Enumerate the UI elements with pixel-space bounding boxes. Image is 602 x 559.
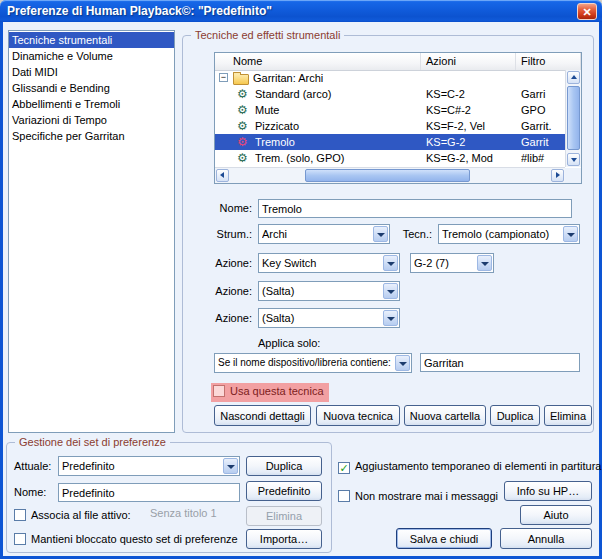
technique-row-standard[interactable]: ⚙ Standard (arco) KS=C-2 Garri bbox=[215, 86, 565, 102]
checkbox-box bbox=[213, 385, 225, 397]
applica-combo[interactable]: Se il nome dispositivo/libreria contiene… bbox=[214, 353, 412, 373]
sidebar-item-dinamiche-e-volume[interactable]: Dinamiche e Volume bbox=[9, 48, 174, 64]
importa-button[interactable]: Importa… bbox=[246, 529, 322, 549]
chevron-down-icon bbox=[223, 458, 238, 474]
scroll-up-button[interactable] bbox=[567, 71, 580, 84]
annulla-button[interactable]: Annulla bbox=[500, 528, 592, 549]
azione1-combo[interactable]: Key Switch bbox=[258, 253, 400, 273]
techniques-listview: Nome Azioni Filtro − Garritan: Archi ⚙ S… bbox=[214, 52, 582, 184]
salva-e-chiudi-button[interactable]: Salva e chiudi bbox=[396, 528, 492, 549]
checkbox-box bbox=[14, 509, 26, 521]
check-icon: ✓ bbox=[339, 463, 349, 473]
gear-icon: ⚙ bbox=[237, 102, 248, 118]
predefinito-button[interactable]: Predefinito bbox=[246, 481, 322, 501]
nome-input[interactable] bbox=[258, 199, 572, 218]
sidebar-item-dati-midi[interactable]: Dati MIDI bbox=[9, 64, 174, 80]
folder-row[interactable]: − Garritan: Archi bbox=[215, 70, 565, 86]
chevron-down-icon bbox=[563, 226, 578, 242]
azione2-combo[interactable]: (Salta) bbox=[258, 281, 400, 301]
technique-name: Tremolo bbox=[255, 134, 420, 150]
gear-icon: ⚙ bbox=[237, 118, 248, 134]
usa-questa-tecnica-checkbox[interactable]: Usa questa tecnica bbox=[211, 383, 329, 402]
technique-name: Pizzicato bbox=[255, 118, 420, 134]
technique-filter: Garrit. bbox=[521, 118, 565, 134]
checkbox-label: Non mostrare mai i messaggi bbox=[355, 490, 498, 502]
window-title: Preferenze di Human Playback©: "Predefin… bbox=[7, 0, 272, 22]
azione1-label: Azione: bbox=[182, 253, 252, 273]
applica-filter-input[interactable] bbox=[420, 353, 580, 372]
human-playback-preferences-dialog: Preferenze di Human Playback©: "Predefin… bbox=[0, 0, 602, 559]
techniques-group-title: Tecniche ed effetti strumentali bbox=[191, 28, 344, 42]
scrollbar-corner bbox=[565, 168, 581, 183]
nuova-cartella-button[interactable]: Nuova cartella bbox=[404, 405, 486, 426]
associa-file-checkbox[interactable]: Associa al file attivo: bbox=[14, 508, 131, 524]
nome-label: Nome: bbox=[182, 198, 252, 218]
technique-filter: Garri bbox=[521, 86, 565, 102]
listview-header: Nome Azioni Filtro bbox=[215, 53, 581, 71]
applica-solo-label: Applica solo: bbox=[258, 333, 320, 353]
chevron-down-icon bbox=[477, 255, 492, 271]
attuale-label: Attuale: bbox=[14, 456, 51, 476]
scroll-left-icon bbox=[220, 172, 224, 178]
info-su-hp-button[interactable]: Info su HP… bbox=[504, 481, 592, 501]
technique-row-trem-solo[interactable]: ⚙ Trem. (solo, GPO) KS=G-2, Mod #lib# bbox=[215, 150, 565, 166]
sidebar-item-abbellimenti-e-tremoli[interactable]: Abbellimenti e Tremoli bbox=[9, 96, 174, 112]
strum-combo[interactable]: Archi bbox=[258, 224, 390, 244]
technique-filter: #lib# bbox=[521, 150, 565, 166]
elimina-tecnica-button[interactable]: Elimina bbox=[544, 405, 592, 426]
checkbox-label: Mantieni bloccato questo set di preferen… bbox=[31, 533, 238, 545]
mantieni-bloccato-checkbox[interactable]: Mantieni bloccato questo set di preferen… bbox=[14, 532, 238, 548]
duplica-set-button[interactable]: Duplica bbox=[246, 456, 322, 476]
technique-row-mute[interactable]: ⚙ Mute KS=C#-2 GPO bbox=[215, 102, 565, 118]
aggiustamento-checkbox[interactable]: ✓Aggiustamento temporaneo di elementi in… bbox=[338, 459, 601, 475]
technique-action: KS=G-2 bbox=[426, 134, 516, 150]
non-mostrare-checkbox[interactable]: Non mostrare mai i messaggi bbox=[338, 489, 498, 505]
vertical-scroll-thumb[interactable] bbox=[567, 86, 580, 150]
technique-row-pizzicato[interactable]: ⚙ Pizzicato KS=F-2, Vel Garrit. bbox=[215, 118, 565, 134]
titlebar[interactable]: Preferenze di Human Playback©: "Predefin… bbox=[0, 0, 602, 22]
technique-action: KS=C-2 bbox=[426, 86, 516, 102]
scroll-left-button[interactable] bbox=[216, 169, 229, 182]
gear-icon: ⚙ bbox=[237, 86, 248, 102]
azione3-label: Azione: bbox=[182, 308, 252, 328]
attuale-combo[interactable]: Predefinito bbox=[58, 456, 240, 476]
close-icon: ✕ bbox=[582, 6, 591, 18]
nome-set-input[interactable] bbox=[58, 483, 240, 502]
scroll-right-button[interactable] bbox=[551, 169, 564, 182]
close-button[interactable]: ✕ bbox=[577, 3, 597, 20]
associa-file-value: Senza titolo 1 bbox=[150, 503, 217, 523]
vertical-scrollbar[interactable] bbox=[565, 70, 581, 167]
scroll-up-icon bbox=[571, 75, 577, 79]
technique-action: KS=G-2, Mod bbox=[426, 150, 516, 166]
duplica-tecnica-button[interactable]: Duplica bbox=[490, 405, 540, 426]
azione3-combo[interactable]: (Salta) bbox=[258, 308, 400, 328]
column-header-azioni[interactable]: Azioni bbox=[421, 53, 516, 70]
folder-icon bbox=[233, 74, 249, 85]
collapse-icon[interactable]: − bbox=[219, 73, 228, 82]
checkbox-box: ✓ bbox=[338, 462, 350, 474]
sidebar-item-tecniche-strumentali[interactable]: Tecniche strumentali bbox=[9, 32, 174, 48]
horizontal-scroll-thumb[interactable] bbox=[305, 169, 470, 182]
horizontal-scrollbar[interactable] bbox=[215, 167, 565, 183]
category-listbox: Tecniche strumentali Dinamiche e Volume … bbox=[8, 30, 175, 433]
azione2-label: Azione: bbox=[182, 281, 252, 301]
technique-name: Standard (arco) bbox=[255, 86, 420, 102]
nascondi-dettagli-button[interactable]: Nascondi dettagli bbox=[214, 405, 311, 426]
nuova-tecnica-button[interactable]: Nuova tecnica bbox=[316, 405, 400, 426]
azione1-param-combo[interactable]: G-2 (7) bbox=[410, 253, 494, 273]
scroll-down-button[interactable] bbox=[567, 153, 580, 166]
checkbox-box bbox=[14, 533, 26, 545]
sidebar-item-variazioni-di-tempo[interactable]: Variazioni di Tempo bbox=[9, 112, 174, 128]
technique-row-tremolo-selected[interactable]: ⚙ Tremolo KS=G-2 Garrit bbox=[215, 134, 565, 150]
sidebar-item-specifiche-per-garritan[interactable]: Specifiche per Garritan bbox=[9, 128, 174, 144]
sidebar-item-glissandi-e-bending[interactable]: Glissandi e Bending bbox=[9, 80, 174, 96]
column-header-nome[interactable]: Nome bbox=[215, 53, 421, 70]
column-header-filtro[interactable]: Filtro bbox=[516, 53, 581, 70]
folder-name: Garritan: Archi bbox=[253, 70, 323, 86]
aiuto-button[interactable]: Aiuto bbox=[520, 505, 592, 525]
technique-filter: Garrit bbox=[521, 134, 565, 150]
nome-set-label: Nome: bbox=[14, 482, 46, 502]
gear-icon: ⚙ bbox=[237, 150, 248, 166]
strum-label: Strum.: bbox=[182, 224, 252, 244]
tecn-combo[interactable]: Tremolo (campionato) bbox=[438, 224, 580, 244]
